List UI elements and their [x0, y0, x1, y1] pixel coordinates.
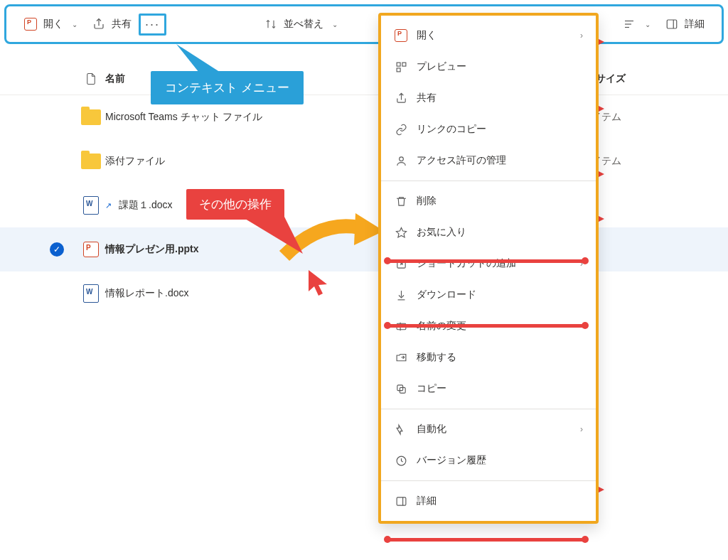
menu-label: 自動化 — [417, 423, 446, 436]
menu-label: 詳細 — [417, 495, 437, 507]
menu-details[interactable]: 詳細 — [381, 485, 596, 517]
svg-rect-6 — [397, 63, 400, 66]
details-pane-icon — [665, 17, 679, 31]
menu-label: バージョン履歴 — [417, 454, 486, 467]
folder-icon — [77, 154, 105, 169]
menu-preview[interactable]: プレビュー — [381, 51, 596, 82]
person-icon — [394, 154, 408, 168]
svg-marker-19 — [176, 44, 226, 76]
chevron-down-icon: ⌄ — [72, 21, 77, 28]
copy-icon — [394, 382, 408, 396]
shortcut-icon: ↗ — [105, 201, 112, 210]
shortcut-icon — [394, 257, 408, 271]
star-icon — [394, 225, 408, 239]
svg-rect-7 — [402, 63, 405, 66]
details-button[interactable]: 詳細 — [658, 13, 712, 36]
share-icon — [394, 91, 408, 105]
callout-other-actions: その他の操作 — [186, 189, 284, 220]
selected-check-icon[interactable]: ✓ — [50, 242, 64, 257]
menu-label: ダウンロード — [417, 289, 476, 301]
file-name[interactable]: 情報レポート.docx — [105, 287, 188, 300]
powerpoint-icon — [394, 28, 408, 43]
file-name[interactable]: 課題１.docx — [119, 199, 172, 212]
chevron-right-icon: › — [580, 31, 583, 41]
view-button[interactable]: ⌄ — [615, 13, 658, 36]
menu-label: アクセス許可の管理 — [417, 154, 506, 167]
preview-icon — [394, 60, 408, 74]
svg-rect-8 — [397, 68, 400, 71]
link-icon — [394, 122, 408, 136]
table-row[interactable]: Microsoft Teams チャット ファイル 999 0 個のアイテム — [0, 95, 728, 139]
menu-separator — [381, 409, 596, 409]
svg-marker-20 — [242, 217, 303, 254]
callout-label: コンテキスト メニュー — [165, 81, 289, 95]
svg-marker-10 — [396, 227, 406, 237]
menu-label: リンクのコピー — [417, 123, 486, 136]
menu-share[interactable]: 共有 — [381, 82, 596, 114]
annotation-line — [387, 259, 586, 263]
move-icon — [394, 350, 408, 365]
menu-label: 移動する — [417, 351, 456, 364]
view-icon — [622, 17, 636, 31]
file-name[interactable]: 情報プレゼン用.pptx — [105, 243, 198, 256]
svg-rect-17 — [397, 497, 406, 505]
annotation-line — [387, 324, 586, 328]
sort-button[interactable]: 並べ替え ⌄ — [257, 13, 345, 36]
menu-delete[interactable]: 削除 — [381, 185, 596, 217]
chevron-down-icon: ⌄ — [332, 21, 338, 28]
chevron-down-icon: ⌄ — [645, 21, 651, 28]
menu-label: コピー — [417, 382, 446, 395]
details-pane-icon — [394, 494, 408, 508]
table-row[interactable]: 情報レポート.docx 999 411 KB — [0, 271, 728, 316]
menu-version-history[interactable]: バージョン履歴 — [381, 445, 596, 476]
history-icon — [394, 453, 408, 468]
menu-separator — [381, 480, 596, 481]
trash-icon — [394, 194, 408, 208]
file-name[interactable]: 添付ファイル — [105, 155, 165, 168]
more-button[interactable]: ··· — [139, 14, 166, 36]
open-button[interactable]: 開く ⌄ — [16, 13, 85, 36]
callout-label: その他の操作 — [199, 198, 272, 211]
download-icon — [394, 288, 408, 302]
list-header: 名前 ファイル サイズ — [0, 63, 728, 95]
menu-copy-link[interactable]: リンクのコピー — [381, 114, 596, 145]
menu-label: お気に入り — [417, 226, 466, 239]
menu-label: 開く — [417, 29, 437, 42]
word-icon — [77, 196, 105, 215]
context-menu: 開く › プレビュー 共有 リンクのコピー アクセス許可の管理 削除 お気に入り… — [378, 13, 599, 524]
svg-rect-3 — [667, 20, 677, 28]
share-button[interactable]: 共有 — [85, 13, 139, 36]
menu-copy[interactable]: コピー — [381, 373, 596, 404]
menu-download[interactable]: ダウンロード — [381, 279, 596, 311]
powerpoint-icon — [23, 17, 38, 31]
menu-manage-access[interactable]: アクセス許可の管理 — [381, 145, 596, 176]
share-label: 共有 — [112, 18, 132, 31]
callout-context-menu: コンテキスト メニュー — [151, 71, 304, 104]
header-file-icon — [77, 72, 105, 86]
chevron-right-icon: › — [580, 424, 583, 434]
header-name[interactable]: 名前 — [105, 72, 125, 85]
menu-label: 共有 — [417, 92, 437, 104]
menu-label: 削除 — [417, 195, 437, 208]
menu-favorite[interactable]: お気に入り — [381, 217, 596, 248]
menu-open[interactable]: 開く › — [381, 20, 596, 51]
callout-pointer — [242, 217, 306, 259]
table-row[interactable]: 添付ファイル 999 0 個のアイテム — [0, 139, 728, 183]
automate-icon — [394, 422, 408, 436]
folder-icon — [77, 109, 105, 125]
more-icon: ··· — [145, 17, 160, 32]
sort-icon — [264, 17, 278, 31]
cursor-icon — [307, 269, 331, 297]
menu-automate[interactable]: 自動化 › — [381, 414, 596, 445]
menu-add-shortcut[interactable]: ショートカットの追加 › — [381, 248, 596, 279]
share-icon — [92, 17, 106, 31]
svg-point-9 — [399, 156, 403, 161]
menu-separator — [381, 181, 596, 181]
annotation-line — [387, 538, 586, 542]
callout-pointer — [176, 44, 226, 76]
file-name[interactable]: Microsoft Teams チャット ファイル — [105, 111, 262, 124]
file-list: 名前 ファイル サイズ Microsoft Teams チャット ファイル 99… — [0, 48, 728, 316]
menu-label: プレビュー — [417, 60, 466, 73]
menu-move[interactable]: 移動する — [381, 342, 596, 373]
open-label: 開く — [43, 18, 63, 31]
